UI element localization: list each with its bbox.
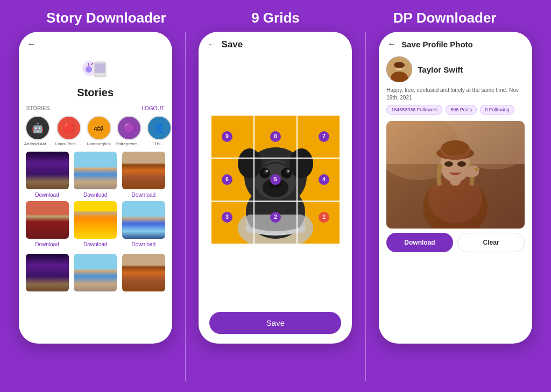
story-thumb-7 (26, 254, 69, 291)
story-circles-row: 🤖 Android Authori... 🔴 Linus Tech Tips 🏎… (19, 113, 172, 149)
story-thumb-3 (122, 152, 165, 189)
logout-label[interactable]: LOGOUT (142, 105, 164, 111)
svg-point-19 (238, 148, 262, 179)
grid-item (121, 254, 167, 291)
grid-item (72, 254, 118, 291)
story-circle-item[interactable]: 🏎 Lamborghini (87, 116, 111, 146)
grid-item: Download (121, 201, 167, 248)
stat-posts: 506 Posts (446, 105, 477, 115)
svg-point-13 (259, 168, 270, 179)
section-title-3: DP Downloader (364, 10, 526, 26)
story-avatar-2: 🔴 (56, 116, 81, 140)
grid-number-7: 7 (319, 131, 329, 142)
svg-point-3 (86, 66, 92, 73)
phone2-save-title: Save (221, 39, 243, 50)
story-avatar-4: 🟣 (117, 116, 142, 140)
grid-item (24, 254, 70, 291)
story-thumb-5 (74, 201, 117, 239)
profile-stats: 164653936 Followers 506 Posts 0 Followin… (379, 105, 532, 119)
grid-number-5: 5 (270, 174, 281, 185)
story-label-2: Linus Tech Tips (55, 141, 82, 146)
back-button-1[interactable]: ← (27, 39, 36, 49)
section-title-1: Story Downloader (25, 10, 187, 26)
story-thumb-6 (122, 201, 165, 239)
divider-1 (185, 32, 186, 381)
story-label-3: Lamborghini (87, 141, 111, 146)
stat-followers: 164653936 Followers (386, 105, 442, 115)
download-button-1[interactable]: Download (35, 191, 59, 199)
story-avatar-3: 🏎 (87, 116, 111, 140)
dp-profile-image (386, 121, 525, 229)
grid-number-4: 4 (319, 174, 329, 185)
grid-number-9: 9 (222, 131, 232, 142)
story-circle-item[interactable]: 🔴 Linus Tech Tips (55, 116, 82, 146)
stories-grid: Download Download Download Download Down… (19, 149, 172, 251)
story-avatar-5: 👤 (147, 116, 172, 140)
story-label-1: Android Authori... (24, 141, 51, 146)
phone3-title: Save Profile Photo (401, 40, 473, 49)
download-button-6[interactable]: Download (132, 240, 156, 248)
grid-number-8: 8 (270, 131, 281, 142)
story-thumb-4 (26, 201, 69, 239)
hero-icon (79, 58, 111, 84)
profile-name: Taylor Swift (418, 65, 463, 74)
grid-item: Download (121, 152, 167, 199)
profile-avatar (386, 56, 412, 82)
svg-point-31 (394, 62, 405, 68)
story-circle-item[interactable]: 🤖 Android Authori... (24, 116, 51, 146)
back-button-3[interactable]: ← (387, 39, 396, 49)
svg-rect-2 (95, 63, 105, 73)
profile-bio: Happy, free, confused and lonely at the … (379, 87, 532, 105)
section-title-2: 9 Grids (195, 10, 356, 26)
story-thumb-9 (122, 254, 165, 291)
story-label-5: Thi... (154, 141, 164, 146)
grid-number-3: 3 (222, 212, 232, 223)
grid-number-2: 2 (270, 212, 281, 223)
dp-clear-button[interactable]: Clear (457, 233, 525, 252)
download-button-4[interactable]: Download (35, 240, 59, 248)
stories-grid-2 (19, 252, 172, 294)
divider-2 (365, 32, 366, 381)
story-thumb-8 (74, 254, 117, 291)
svg-point-14 (281, 168, 292, 179)
save-button[interactable]: Save (209, 312, 341, 334)
phone-story-downloader: ← Stories STORIES LOGOUT 🤖 Android Autho… (19, 32, 172, 344)
svg-point-20 (289, 148, 313, 179)
download-button-2[interactable]: Download (83, 191, 107, 199)
back-button-2[interactable]: ← (207, 40, 216, 49)
grid-item: Download (24, 152, 70, 199)
phone1-stories-title: Stories (77, 87, 114, 99)
dp-download-button[interactable]: Download (386, 233, 453, 252)
grid-number-1: 1 (319, 212, 329, 223)
story-circle-item[interactable]: 🟣 Entrepreneursh... (116, 116, 143, 146)
svg-point-18 (287, 170, 289, 172)
svg-point-17 (266, 170, 268, 172)
story-avatar-1: 🤖 (25, 116, 50, 140)
story-thumb-1 (26, 152, 69, 189)
story-circle-item[interactable]: 👤 Thi... (147, 116, 172, 146)
grid-item: Download (24, 201, 70, 248)
story-label-4: Entrepreneursh... (116, 141, 143, 146)
download-button-3[interactable]: Download (132, 191, 156, 199)
grid-item: Download (72, 152, 118, 199)
grid-item: Download (72, 201, 118, 248)
phone-dp-downloader: ← Save Profile Photo Taylor Swift (379, 32, 532, 344)
story-thumb-2 (74, 152, 117, 189)
grid-number-6: 6 (222, 174, 232, 185)
stat-following: 0 Following (480, 105, 514, 115)
phone-9grids: ← Save (199, 32, 352, 344)
stories-label: STORIES (26, 105, 50, 111)
download-button-5[interactable]: Download (83, 240, 107, 248)
